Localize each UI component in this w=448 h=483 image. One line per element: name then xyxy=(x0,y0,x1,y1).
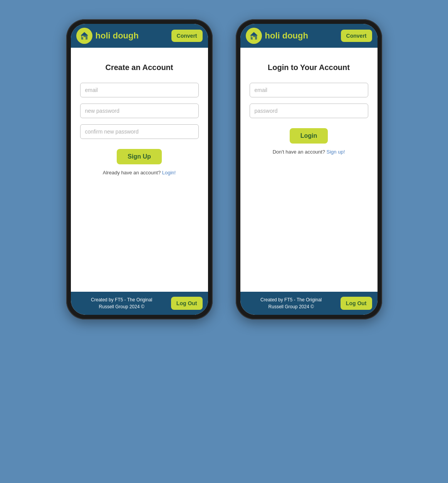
svg-rect-6 xyxy=(252,37,255,40)
signup-logo-circle xyxy=(76,28,92,44)
signup-login-link[interactable]: Login! xyxy=(162,170,176,175)
signup-email-group xyxy=(80,83,199,97)
login-alt-link-text: Don't have an account? xyxy=(273,149,325,155)
login-header: holi dough Convert xyxy=(240,24,378,48)
signup-password-group xyxy=(80,104,199,118)
signup-logo: holi dough xyxy=(76,28,139,44)
login-email-group xyxy=(250,83,368,97)
signup-footer-text: Created by FT5 - The Original Russell Gr… xyxy=(76,296,167,310)
signup-header: holi dough Convert xyxy=(71,24,208,48)
login-convert-button[interactable]: Convert xyxy=(341,30,372,42)
login-logo: holi dough xyxy=(246,28,308,44)
login-phone-frame: holi dough Convert Login to Your Account… xyxy=(236,19,382,319)
signup-confirm-password-group xyxy=(80,124,199,139)
login-email-input[interactable] xyxy=(250,83,368,97)
login-alt-link-container: Don't have an account? Sign up! xyxy=(273,149,345,155)
login-logout-button[interactable]: Log Out xyxy=(341,297,372,310)
signup-convert-button[interactable]: Convert xyxy=(171,30,203,42)
login-footer-text: Created by FT5 - The Original Russell Gr… xyxy=(246,296,337,310)
svg-rect-2 xyxy=(83,37,86,40)
svg-rect-7 xyxy=(251,36,253,37)
login-submit-button[interactable]: Login xyxy=(290,128,328,144)
page-container: holi dough Convert Create an Account Sig… xyxy=(66,19,382,319)
signup-logo-text: holi dough xyxy=(96,31,139,41)
login-footer: Created by FT5 - The Original Russell Gr… xyxy=(240,292,378,315)
login-signup-link[interactable]: Sign up! xyxy=(327,149,345,155)
login-logo-text: holi dough xyxy=(265,31,308,41)
signup-phone-frame: holi dough Convert Create an Account Sig… xyxy=(66,19,213,319)
signup-content: Create an Account Sign Up Already have a… xyxy=(71,48,208,292)
svg-rect-3 xyxy=(82,36,84,37)
login-password-input[interactable] xyxy=(250,104,368,118)
signup-footer: Created by FT5 - The Original Russell Gr… xyxy=(71,292,208,315)
signup-password-input[interactable] xyxy=(80,104,199,118)
svg-marker-1 xyxy=(81,32,88,35)
signup-confirm-password-input[interactable] xyxy=(80,124,199,139)
signup-alt-link-container: Already have an account? Login! xyxy=(103,170,176,175)
login-logo-circle xyxy=(246,28,262,44)
svg-marker-5 xyxy=(250,32,258,35)
signup-alt-link-text: Already have an account? xyxy=(103,170,161,175)
login-content: Login to Your Account Login Don't have a… xyxy=(240,48,378,292)
login-phone-screen: holi dough Convert Login to Your Account… xyxy=(240,24,378,315)
signup-logout-button[interactable]: Log Out xyxy=(171,297,203,310)
login-form-title: Login to Your Account xyxy=(268,63,350,72)
login-password-group xyxy=(250,104,368,118)
signup-form-title: Create an Account xyxy=(106,63,173,72)
login-house-icon xyxy=(249,31,259,41)
signup-phone-screen: holi dough Convert Create an Account Sig… xyxy=(71,24,208,315)
signup-submit-button[interactable]: Sign Up xyxy=(117,149,161,164)
signup-email-input[interactable] xyxy=(80,83,199,97)
house-icon xyxy=(79,31,89,41)
